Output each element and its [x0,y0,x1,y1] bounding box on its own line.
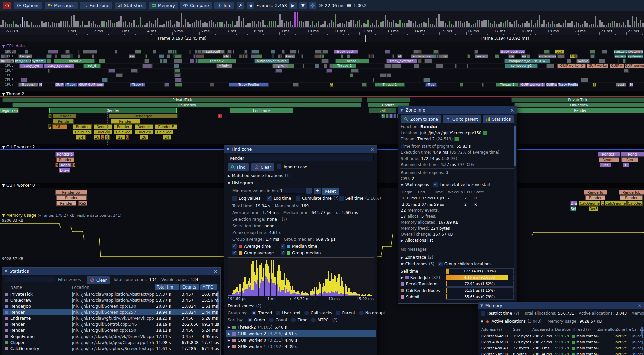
frame-bar[interactable] [589,25,590,27]
timeline-zone[interactable]: aux [555,50,564,54]
timeline-zone[interactable] [341,54,343,58]
timeline-zone[interactable] [67,54,70,58]
child-zone-row[interactable]: CalcRenderNodes51.51 us (1.15%) [401,287,514,293]
source-location-marker[interactable] [483,131,487,135]
timeline-zone[interactable] [174,69,180,73]
frame-bar[interactable] [236,21,238,27]
timeline-zone[interactable]: kwgpr [18,54,32,58]
frame-bar[interactable] [48,22,49,27]
timeline-zone[interactable]: GUIF worker 2 [519,83,545,87]
timeline-zone[interactable] [116,73,123,77]
timeline-zone[interactable]: ker@2.0-s [15,59,31,63]
timeline-zone[interactable]: RenderJ [598,152,620,157]
frame-bar[interactable] [116,22,118,27]
reset-button[interactable]: Reset [322,188,339,195]
timeline-zone[interactable]: I [593,83,596,87]
frame-bar[interactable] [151,23,152,27]
timeline-zone[interactable] [567,59,571,63]
filter-input[interactable] [5,277,55,282]
frame-bar[interactable] [63,21,64,27]
time-ruler[interactable]: +55.83 s 1 ms2 ms3 ms4 ms5 ms6 ms7 ms8 m… [0,27,644,36]
timeline-zone[interactable]: Dra [570,201,577,206]
timeline-zone[interactable]: tracy_systr [334,50,358,54]
frame-bar[interactable] [161,25,163,27]
timeline-zone[interactable] [144,59,149,63]
column-header-counts[interactable]: Counts [180,284,199,290]
frame-bar[interactable] [397,24,399,27]
frame-bar[interactable] [35,25,36,27]
timeline-zone[interactable] [347,54,350,58]
timeline-zone[interactable] [287,64,294,68]
timeline-zone[interactable] [271,50,275,54]
timeline-zone[interactable] [386,114,389,118]
frame-bar[interactable] [597,25,598,27]
timeline-zone[interactable] [272,54,274,58]
timeline-zone[interactable]: C [101,135,104,140]
timeline-zone[interactable]: Draw [59,168,70,173]
child-zone-row[interactable]: Self time172.14 us (3.83%) [401,268,514,274]
frame-bar[interactable] [391,22,392,27]
frame-bar[interactable] [267,25,268,27]
frame-bar[interactable] [494,21,495,27]
radio-call-stacks[interactable] [304,311,309,315]
frame-bar[interactable] [632,16,633,27]
timeline-zone[interactable]: Render [620,195,643,200]
timeline-zone[interactable]: M [629,83,633,87]
timeline-zone[interactable] [455,64,457,68]
frame-bar[interactable] [305,21,307,27]
timeline-zone[interactable] [55,54,57,58]
scrollbar-thumb[interactable] [514,126,516,166]
timeline-zone[interactable]: tracy_systrace [44,64,74,68]
min-bin-increase-button[interactable]: + [314,188,321,194]
thread-marker[interactable] [454,137,459,141]
frame-bar[interactable] [41,21,43,27]
frame-bar[interactable] [91,23,92,27]
frame-bar[interactable] [31,22,32,27]
timeline-zone[interactable]: Tracy [65,83,77,87]
frame-bar[interactable] [348,22,350,27]
frame-bar[interactable] [378,25,379,27]
table-row[interactable]: Renderjni/../jni/src/guif/Screen.cpp:150… [3,327,218,334]
frame-bar[interactable] [50,25,51,27]
min-bin-input[interactable]: 1 [278,188,305,194]
timeline-zone[interactable] [195,50,197,54]
frame-bar[interactable] [612,21,613,27]
frame-bar[interactable] [425,23,427,27]
timeline-zone[interactable]: Render [56,201,76,206]
timeline-zone[interactable] [90,50,97,54]
timeline-zone[interactable]: GUIF [55,83,64,87]
timeline-zone[interactable] [367,97,410,102]
timeline-zone[interactable] [135,50,137,54]
frame-bar[interactable] [260,22,261,27]
timeline-zone[interactable]: Trac [425,83,437,87]
frame-bar[interactable] [560,25,562,27]
timeline-zone[interactable] [303,64,304,68]
timeline-zone[interactable] [546,64,554,68]
timeline-zone[interactable]: GUIF w [546,83,557,87]
button-zoom-to-zone[interactable]: Zoom to zone [401,115,441,123]
frame-bar[interactable] [329,23,330,27]
timeline-zone[interactable]: Render [517,108,644,113]
frame-bar[interactable] [24,21,25,27]
timeline-zone[interactable] [293,83,299,87]
timeline-zone[interactable] [423,78,430,82]
timeline-zone[interactable]: C [126,135,129,140]
timeline-zone[interactable]: composer@2.1-se (HW [504,59,550,63]
button-statistics[interactable]: Statistics [483,115,514,123]
frame-bar[interactable] [110,20,111,27]
frame-bar[interactable] [608,23,609,27]
frame-bar[interactable] [365,24,367,27]
frame-bar[interactable] [112,23,113,27]
frame-bar[interactable] [136,25,137,27]
found-zone-group-row[interactable]: ▶GUIF worker 0(3,231)4.48 s [226,337,376,343]
timeline-zone[interactable] [495,54,499,58]
timeline-zone[interactable]: Traysysl [18,83,38,87]
timeline-zone[interactable] [384,64,391,68]
checkbox[interactable] [232,244,237,249]
matched-locations-row[interactable]: ▶Matched source locations(1) [228,173,291,178]
frame-bar[interactable] [415,21,416,27]
frame-bar[interactable] [488,20,489,27]
timeline-zone[interactable]: Sel [570,206,576,211]
frame-bar[interactable] [52,22,53,27]
frame-bar[interactable] [312,21,313,27]
